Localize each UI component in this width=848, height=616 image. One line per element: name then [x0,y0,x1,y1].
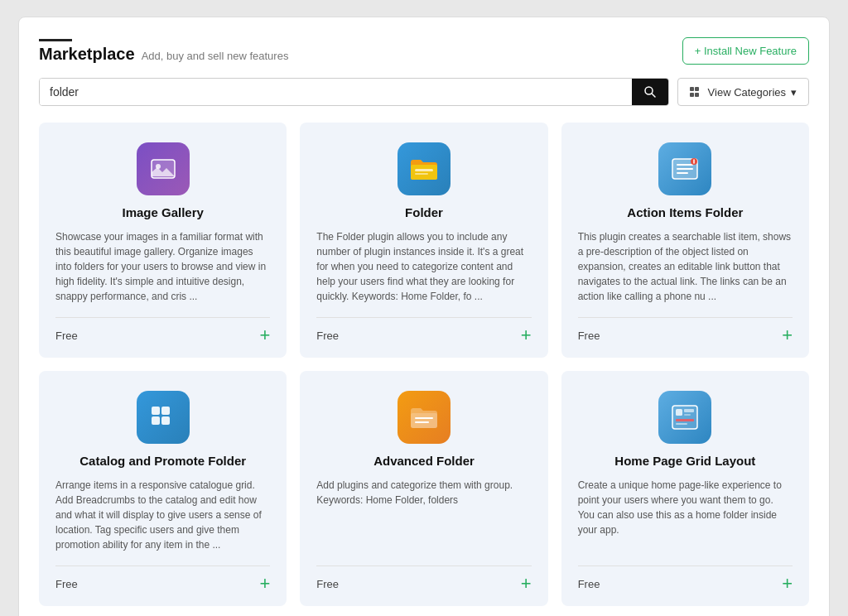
card-title-catalog-promote-folder: Catalog and Promote Folder [55,454,270,468]
search-wrapper [39,78,669,106]
search-row: View Categories ▾ [39,78,809,106]
svg-rect-28 [676,409,682,416]
card-footer-advanced-folder: Free + [316,565,531,593]
card-price-image-gallery: Free [55,330,78,342]
card-title-folder: Folder [316,205,531,219]
header: Marketplace Add, buy and sell new featur… [39,37,809,65]
search-input[interactable] [40,79,632,105]
card-icon-image-gallery [55,142,270,195]
card-title-action-items-folder: Action Items Folder [578,205,793,219]
header-line [39,39,72,41]
card-footer-catalog-promote-folder: Free + [55,565,270,593]
card-add-button-catalog-promote-folder[interactable]: + [259,575,270,593]
card-price-home-page-grid: Free [578,578,600,590]
grid-icon [690,87,703,97]
page-title: Marketplace [39,45,135,64]
card-description-advanced-folder: Add plugins and categorize them with gro… [316,478,531,552]
view-categories-label: View Categories [708,86,786,99]
svg-rect-20 [161,407,170,415]
card-add-button-advanced-folder[interactable]: + [521,575,532,593]
svg-rect-11 [415,173,428,175]
card-add-button-folder[interactable]: + [521,326,532,344]
card-catalog-promote-folder: Catalog and Promote Folder Arrange items… [39,371,287,606]
svg-rect-5 [695,93,699,97]
card-icon-home-page-grid [578,391,793,444]
card-icon-catalog-promote-folder [55,391,270,444]
card-price-folder: Free [316,330,339,342]
svg-rect-21 [152,416,160,425]
card-folder: Folder The Folder plugin allows you to i… [300,123,547,358]
svg-rect-4 [690,93,694,97]
card-add-button-home-page-grid[interactable]: + [782,575,793,593]
svg-rect-31 [676,419,694,421]
card-description-image-gallery: Showcase your images in a familiar forma… [55,229,270,304]
card-action-items-folder: Action Items Folder This plugin creates … [561,123,809,358]
svg-rect-19 [152,407,160,415]
header-left: Marketplace Add, buy and sell new featur… [39,39,288,64]
view-categories-button[interactable]: View Categories ▾ [677,78,809,106]
card-description-catalog-promote-folder: Arrange items in a responsive catalogue … [55,478,270,552]
svg-line-1 [652,94,655,97]
svg-rect-2 [690,87,694,91]
card-price-advanced-folder: Free [316,578,339,590]
card-footer-action-items-folder: Free + [578,317,793,344]
card-title-home-page-grid: Home Page Grid Layout [578,454,793,468]
card-description-folder: The Folder plugin allows you to include … [316,229,531,304]
search-icon [643,85,657,99]
card-title-image-gallery: Image Gallery [55,205,270,219]
card-advanced-folder: Advanced Folder Add plugins and categori… [300,371,547,606]
page-subtitle: Add, buy and sell new features [142,50,289,62]
card-icon-action-items-folder [578,142,793,195]
svg-rect-32 [676,423,687,425]
card-price-catalog-promote-folder: Free [55,578,78,590]
svg-rect-23 [411,413,437,428]
svg-rect-22 [161,416,170,425]
card-price-action-items-folder: Free [578,330,600,342]
cards-grid: Image Gallery Showcase your images in a … [39,123,809,606]
search-button[interactable] [632,79,668,105]
card-footer-home-page-grid: Free + [578,565,793,593]
header-title-row: Marketplace Add, buy and sell new featur… [39,45,288,64]
svg-rect-30 [684,414,691,416]
card-footer-folder: Free + [316,317,531,344]
card-footer-image-gallery: Free + [55,317,270,344]
svg-rect-29 [684,409,694,412]
install-new-feature-button[interactable]: + Install New Feature [682,37,809,65]
svg-rect-9 [411,165,437,180]
card-title-advanced-folder: Advanced Folder [316,454,531,468]
card-home-page-grid: Home Page Grid Layout Create a unique ho… [561,371,809,606]
svg-rect-3 [695,87,699,91]
card-icon-folder [316,142,531,195]
card-add-button-image-gallery[interactable]: + [259,326,270,344]
card-add-button-action-items-folder[interactable]: + [782,326,793,344]
chevron-down-icon: ▾ [791,86,797,99]
card-description-action-items-folder: This plugin creates a searchable list it… [578,229,793,304]
card-icon-advanced-folder [316,391,531,444]
marketplace-container: Marketplace Add, buy and sell new featur… [18,17,830,616]
svg-rect-10 [415,169,433,171]
card-description-home-page-grid: Create a unique home page-like experienc… [578,478,793,552]
card-image-gallery: Image Gallery Showcase your images in a … [39,123,287,358]
